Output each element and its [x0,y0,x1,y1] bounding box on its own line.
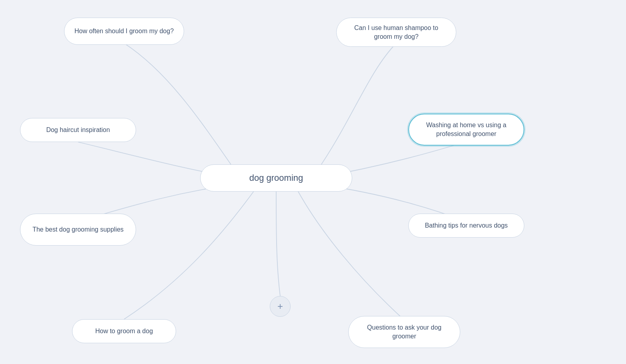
node-haircut-inspiration[interactable]: Dog haircut inspiration [20,118,136,142]
center-node[interactable]: dog grooming [200,164,352,192]
node-how-to-groom[interactable]: How to groom a dog [72,319,176,343]
node-washing-at-home[interactable]: Washing at home vs using a professional … [408,114,524,146]
node-how-often[interactable]: How often should I groom my dog? [64,18,184,45]
node-questions-groomer[interactable]: Questions to ask your dog groomer [348,316,460,348]
node-grooming-supplies[interactable]: The best dog grooming supplies [20,214,136,246]
node-human-shampoo[interactable]: Can I use human shampoo to groom my dog? [336,18,456,47]
add-node-button[interactable]: + [270,296,291,317]
node-bathing-tips[interactable]: Bathing tips for nervous dogs [408,214,524,238]
mind-map: dog grooming How often should I groom my… [0,0,626,364]
